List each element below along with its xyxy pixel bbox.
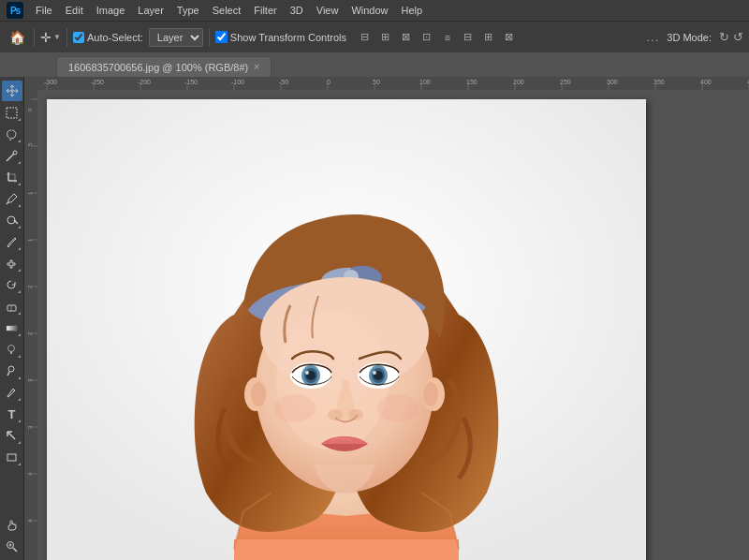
svg-point-14 [8,366,14,372]
tab-close-button[interactable]: × [254,62,259,72]
tool-triangle-gradient [18,333,21,336]
document-canvas[interactable] [47,99,646,560]
svg-rect-10 [7,305,16,311]
svg-text:-200: -200 [138,79,151,85]
rotate-ccw-icon[interactable]: ↺ [733,30,743,44]
show-transform-checkbox[interactable] [215,31,228,43]
svg-line-8 [7,202,8,204]
svg-text:3: 3 [27,425,33,429]
svg-text:4: 4 [27,472,33,476]
tool-triangle-dodge [18,376,21,379]
tool-triangle-type [18,420,21,422]
menu-help[interactable]: Help [396,3,429,18]
align-center-icon[interactable]: ⊞ [376,28,395,47]
menu-view[interactable]: View [311,3,345,18]
menu-file[interactable]: File [30,3,58,18]
svg-point-9 [7,216,15,224]
tool-magic-wand[interactable] [2,145,22,166]
tool-healing-brush[interactable] [2,210,22,230]
svg-text:250: 250 [560,79,571,85]
menu-select[interactable]: Select [207,3,247,18]
tool-gradient[interactable] [2,317,22,338]
tool-zoom[interactable] [2,536,22,556]
separator-1 [34,28,35,47]
menu-layer[interactable]: Layer [132,3,169,18]
svg-point-3 [13,151,17,155]
tool-hand[interactable] [2,514,22,535]
svg-text:150: 150 [466,79,477,85]
3d-mode-label: 3D Mode: [667,32,712,43]
document-tab[interactable]: 1606835700656.jpg @ 100% (RGB/8#) × [56,56,272,77]
move-arrows-icon: ✛ [40,30,51,45]
tool-marquee[interactable] [2,102,22,123]
svg-text:-150: -150 [184,79,198,85]
portrait-image [47,99,646,560]
menu-3d[interactable]: 3D [285,3,309,18]
svg-rect-0 [7,108,17,118]
auto-select-checkbox[interactable] [73,32,84,43]
move-dropdown-arrow[interactable]: ▼ [53,33,61,41]
menu-filter[interactable]: Filter [248,3,282,18]
home-icon[interactable]: 🏠 [6,26,28,49]
svg-point-104 [251,382,266,406]
svg-text:0: 0 [327,79,330,85]
more-options-icon[interactable]: ... [646,30,659,44]
svg-text:-50: -50 [279,79,288,85]
menu-type[interactable]: Type [171,3,205,18]
menu-image[interactable]: Image [91,3,131,18]
tool-crop[interactable] [2,167,22,187]
tool-clone-stamp[interactable] [2,253,22,273]
layer-dropdown[interactable]: Layer [149,28,203,47]
tool-eyedropper[interactable] [2,188,22,209]
ps-logo: Ps [7,2,23,19]
svg-text:100: 100 [419,79,431,85]
distribute-4-icon[interactable]: ⊠ [500,28,519,47]
align-left-icon[interactable]: ⊟ [356,28,374,47]
svg-text:-300: -300 [44,79,57,85]
tool-move[interactable] [2,81,22,101]
distribute-2-icon[interactable]: ⊟ [459,28,477,47]
distribute-3-icon[interactable]: ⊞ [479,28,498,47]
svg-text:200: 200 [513,79,524,85]
move-tool-options: ✛ ▼ [40,30,61,45]
main-area: T -300 [0,77,749,560]
svg-line-18 [13,548,17,552]
tool-type[interactable]: T [2,404,22,424]
rotate-cw-icon[interactable]: ↻ [719,30,729,44]
align-icons-group: ⊟ ⊞ ⊠ ⊡ ≡ ⊟ ⊞ ⊠ [356,28,519,47]
align-right-icon[interactable]: ⊠ [397,28,416,47]
svg-line-1 [9,140,11,140]
tool-triangle-clone [18,269,21,272]
canvas-container [37,90,749,560]
svg-text:400: 400 [700,79,712,85]
tool-brush[interactable] [2,231,22,252]
svg-point-99 [328,409,343,420]
tab-bar: 1606835700656.jpg @ 100% (RGB/8#) × [0,52,749,77]
tool-shape[interactable] [2,447,22,467]
tool-eraser[interactable] [2,296,22,317]
tool-history-brush[interactable] [2,274,22,295]
tool-triangle-healing [18,226,21,228]
tool-triangle-pen [18,398,21,401]
svg-point-106 [423,382,438,406]
ps-logo-icon[interactable]: Ps [6,1,24,20]
tool-blur[interactable] [2,339,22,360]
tool-path-selection[interactable] [2,425,22,446]
svg-line-2 [7,154,14,161]
svg-point-101 [274,394,316,422]
svg-text:300: 300 [607,79,618,85]
tool-dodge[interactable] [2,361,22,381]
tool-triangle-brush [18,247,21,250]
svg-text:50: 50 [373,79,380,85]
ruler-left: 0 5 1 1 2 2 3 3 4 4 5 [24,90,37,560]
align-top-icon[interactable]: ⊡ [418,28,436,47]
ruler-top: -300 -250 -200 -150 -100 -50 0 50 100 15… [37,77,749,90]
menu-edit[interactable]: Edit [60,3,89,18]
tool-pen[interactable] [2,382,22,403]
auto-select-label: Auto-Select: [73,32,143,43]
ruler-corner [24,77,37,90]
distribute-icon[interactable]: ≡ [438,28,457,47]
tool-lasso[interactable] [2,124,22,144]
menu-window[interactable]: Window [345,3,393,18]
tool-triangle-shape [18,463,21,465]
